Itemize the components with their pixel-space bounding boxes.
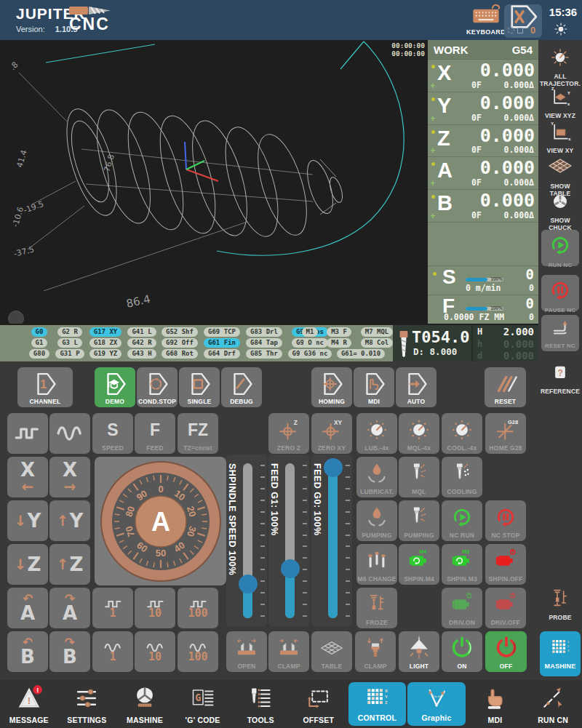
cooling-button[interactable]: COOLING (442, 457, 482, 497)
zup-button[interactable]: ↑Z (49, 544, 90, 585)
tablebtn-button[interactable]: TABLE (311, 631, 352, 672)
override-slider-feed-g0[interactable]: FEED G0: 100% (311, 455, 352, 627)
m6change-button[interactable]: M6 CHANGE (356, 544, 397, 585)
step100-button[interactable]: 100 (178, 588, 218, 628)
slider-thumb[interactable] (324, 458, 343, 477)
bccw-button[interactable]: ↶B (7, 631, 48, 672)
sidebar-item-pause-nc[interactable]: PAUSE NC (541, 275, 579, 311)
sbtn-button[interactable]: SSPEED (92, 413, 133, 454)
ncrun-button[interactable]: NC RUN (442, 500, 482, 541)
sidebar-item-run-nc[interactable]: RUN NC (541, 230, 579, 266)
bcw-button[interactable]: ↷B (49, 631, 90, 672)
homing-button[interactable]: HOMING (311, 367, 352, 407)
dim-label: -37.5 (13, 244, 36, 259)
gcode-badge-G17XY: G17 XY (89, 327, 122, 337)
debug-button[interactable]: DEBUG (221, 367, 262, 407)
mdi-button[interactable]: MDI (354, 367, 394, 407)
sidebar-item-view-xyz[interactable]: ZYxVIEW XYZ (538, 84, 582, 119)
channel-button[interactable]: 1CHANNEL (17, 367, 73, 407)
sidebar-item-show-chuck[interactable]: SHOW CHUCK (538, 190, 582, 231)
demo-button[interactable]: DEMO (95, 367, 135, 407)
nav-item-tools[interactable]: TOOLS (231, 680, 290, 728)
brightness-icon[interactable] (554, 23, 567, 39)
reset-button[interactable]: RESET (485, 367, 526, 407)
viewport-3d[interactable]: .8 41.4 76.8 -19.5 -10.6 -37.5 86.4 00:0… (0, 40, 428, 324)
override-slider-feed-g1[interactable]: FEED G1: 100% (268, 455, 309, 627)
sstep10-button[interactable]: 10 (135, 631, 175, 672)
step1-button[interactable]: 1 (92, 588, 133, 628)
nav-item-control[interactable]: XYZCONTROL (348, 682, 407, 726)
nav-item-settings[interactable]: SETTINGS (58, 680, 116, 728)
condstop-button[interactable]: COND.STOP (137, 367, 178, 407)
nav-item-message[interactable]: !!MESSAGE (0, 680, 58, 728)
sstep100-button[interactable]: 100 (178, 631, 218, 672)
nav-item-gcode[interactable]: G'G' CODE (174, 680, 232, 728)
nav-item-graphic[interactable]: Graphic (407, 682, 466, 726)
tool-offset-h: h0.000 (477, 338, 534, 351)
step10-button[interactable]: 10 (135, 588, 175, 628)
clamp2-button[interactable]: CLAMP (355, 631, 396, 672)
slider-thumb[interactable] (281, 559, 300, 578)
froze-icon (357, 590, 396, 619)
lubricat-button[interactable]: LUBRICAT. (356, 457, 397, 497)
open-button[interactable]: OPEN (226, 631, 267, 672)
slider-thumb[interactable] (239, 575, 258, 593)
shpinm3-button[interactable]: M3SHPIN.M3 (442, 544, 482, 585)
xminus-button[interactable]: X← (7, 457, 48, 497)
sidebar-item-reference[interactable]: ?REFERENCE (538, 362, 582, 395)
on-button[interactable]: ON (442, 631, 482, 672)
pumping2-button[interactable]: PUMPING (399, 500, 439, 541)
sidebar-item-all-trajector[interactable]: ALL TRAJECTOR. (538, 46, 582, 87)
sidebar-item-probe[interactable]: PROBE (538, 587, 582, 621)
button-label: PUMPING (404, 532, 434, 539)
sidebar-item-mashine[interactable]: 123MASHINE (540, 631, 581, 676)
slider-track[interactable] (243, 463, 252, 618)
yup-button[interactable]: ↑Y (49, 500, 90, 541)
auto-icon (396, 369, 436, 398)
homeg28-button[interactable]: G28HOME G28 (485, 413, 526, 454)
accw-button[interactable]: ↶A (7, 588, 48, 628)
mqlb-button[interactable]: MQL (399, 457, 439, 497)
lub4x-button[interactable]: LUB.-4x (356, 413, 397, 454)
zeroz-button[interactable]: ZZERO Z (268, 413, 309, 454)
tool-info[interactable]: T054.0 D: 8.000 H2.000h0.000d0.000 (393, 325, 538, 363)
froze-button[interactable]: FROZE (356, 588, 397, 628)
drivoff-icon (486, 590, 525, 619)
xplus-button[interactable]: X→ (49, 457, 90, 497)
stop-tasks-button[interactable]: 0 (504, 4, 542, 38)
clamp1-button[interactable]: CLAMP (268, 631, 309, 672)
shpinm4-button[interactable]: M4SHPIN.M4 (399, 544, 439, 585)
zeroxy-button[interactable]: XYZERO XY (311, 413, 352, 454)
nav-item-offset[interactable]: OFFSET (290, 680, 348, 728)
sidebar-item-view-xy[interactable]: YxVIEW XY (538, 119, 582, 154)
ncstop-button[interactable]: NC STOP (485, 500, 526, 541)
pumping1-button[interactable]: PUMPING (356, 500, 397, 541)
off-button[interactable]: OFF (485, 631, 527, 672)
wavesin-button[interactable] (49, 413, 90, 454)
ydown-button[interactable]: ↓Y (7, 500, 48, 541)
cool4x-button[interactable]: COOL.-4x (442, 413, 482, 454)
sstep1-button[interactable]: 1 (92, 631, 133, 672)
override-slider-spindle[interactable]: SHPINDLE SPEED 100% (226, 455, 267, 627)
wavesq-button[interactable] (7, 413, 48, 454)
slider-track[interactable] (285, 463, 295, 618)
nav-item-mashine[interactable]: MASHINE (116, 680, 174, 728)
acw-button[interactable]: ↷A (49, 588, 90, 628)
drivon-button[interactable]: DRIV.ON (442, 588, 482, 628)
auto-button[interactable]: AUTO (396, 367, 436, 407)
drivoff-button[interactable]: DRIV.OFF (485, 588, 526, 628)
nav-item-mdi[interactable]: MDI (466, 680, 525, 728)
fzbtn-button[interactable]: FZTZ=const (178, 413, 218, 454)
single-button[interactable]: SINGLE (179, 367, 220, 407)
fbtn-button[interactable]: FFEED (135, 413, 175, 454)
sidebar-item-reset-nc[interactable]: RESET NC (541, 315, 579, 351)
slider-track[interactable] (328, 463, 338, 618)
shpinoff-button[interactable]: SHPIN.OFF (485, 544, 526, 585)
mql4x-button[interactable]: MQL-4x (399, 413, 439, 454)
work-offset-header[interactable]: WORK G54 (428, 40, 538, 60)
nav-item-runcn[interactable]: RUN CN (524, 680, 582, 728)
keyboard-button[interactable]: KEYBOARD (464, 3, 508, 36)
zdown-button[interactable]: ↓Z (7, 544, 48, 585)
light-button[interactable]: LIGHT (399, 631, 439, 672)
feed-override-dial[interactable]: 0102030405060708090 A (95, 457, 226, 585)
